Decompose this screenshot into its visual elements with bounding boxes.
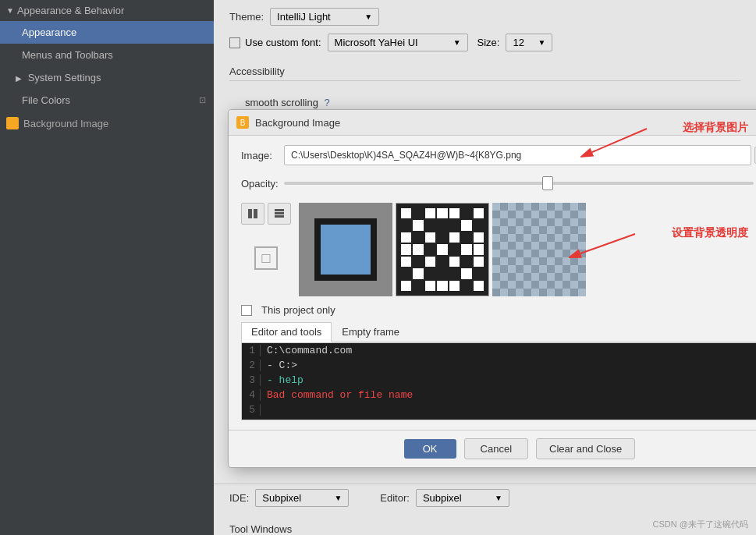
chevron-right-icon: ▶ (16, 74, 22, 83)
this-project-row: This project only (241, 304, 756, 316)
image-path-value: C:\Users\Desktop\K)4SA_SQAZ4H@W)B~4{K8YG… (291, 150, 744, 161)
align-columns-button[interactable] (241, 203, 264, 225)
code-line-4: 4 Bad command or file name (242, 388, 756, 402)
content-area: Theme: IntelliJ Light ▼ Use custom font:… (214, 0, 756, 535)
code-line-1: 1 C:\command.com (242, 343, 756, 358)
svg-rect-3 (275, 212, 284, 214)
line-number-3: 3 (242, 374, 261, 386)
opacity-slider-track (284, 182, 754, 185)
preview-area: □ (241, 203, 756, 296)
background-image-icon (6, 117, 19, 129)
dialog-title-icon: B (236, 116, 249, 129)
dialog-title-text: Background Image (255, 117, 340, 129)
cancel-button[interactable]: Cancel (464, 438, 528, 459)
line-number-4: 4 (242, 389, 261, 401)
code-line-3: 3 - help (242, 373, 756, 388)
image-path-input[interactable]: C:\Users\Desktop\K)4SA_SQAZ4H@W)B~4{K8YG… (284, 145, 751, 165)
line-content-2: - C:> (267, 360, 297, 371)
align-rows-button[interactable] (268, 203, 291, 225)
preview-image-1 (299, 203, 392, 296)
sidebar-section-appearance-behavior[interactable]: ▼ Appearance & Behavior (0, 0, 214, 21)
image-label: Image: (241, 150, 284, 161)
tab-editor-tools[interactable]: Editor and tools (241, 322, 332, 342)
dialog-footer: OK Cancel Clear and Close (229, 430, 756, 467)
clear-and-close-button[interactable]: Clear and Close (536, 438, 635, 459)
inner-square (314, 218, 377, 281)
line-number-5: 5 (242, 404, 261, 416)
preview-left-controls: □ (241, 203, 291, 296)
line-content-4: Bad command or file name (267, 389, 413, 401)
ok-button[interactable]: OK (404, 439, 456, 459)
dialog-body: Image: C:\Users\Desktop\K)4SA_SQAZ4H@W)B… (229, 136, 756, 430)
frame-preview-box: □ (254, 246, 278, 270)
code-editor: 1 C:\command.com 2 - C:> 3 - help 4 (241, 342, 756, 420)
sidebar: ▼ Appearance & Behavior Appearance Menus… (0, 0, 214, 535)
file-colors-icon: ⊡ (199, 95, 206, 105)
svg-rect-2 (275, 209, 284, 211)
opacity-label: Opacity: (241, 178, 284, 190)
line-content-1: C:\command.com (267, 345, 352, 356)
code-line-5: 5 (242, 402, 756, 417)
dialog-title-left: B Background Image (236, 116, 340, 129)
dialog-titlebar: B Background Image ✕ (229, 110, 756, 136)
image-path-row: Image: C:\Users\Desktop\K)4SA_SQAZ4H@W)B… (241, 145, 756, 165)
background-image-dialog: B Background Image ✕ Image: C:\Users\Des… (228, 109, 756, 468)
preview-image-2 (396, 203, 489, 296)
svg-rect-4 (275, 215, 284, 218)
opacity-slider-thumb[interactable] (542, 176, 553, 190)
tab-empty-frame[interactable]: Empty frame (332, 322, 410, 342)
this-project-label: This project only (261, 304, 335, 316)
section-arrow-icon: ▼ (6, 6, 14, 15)
line-number-1: 1 (242, 345, 261, 356)
opacity-row: Opacity: 65 ▲ ▼ (241, 173, 756, 193)
this-project-checkbox[interactable] (241, 305, 252, 316)
sidebar-item-menus-toolbars[interactable]: Menus and Toolbars (0, 44, 214, 66)
main-layout: ▼ Appearance & Behavior Appearance Menus… (0, 0, 756, 535)
sidebar-item-appearance[interactable]: Appearance (0, 21, 214, 44)
tabs-row: Editor and tools Empty frame (241, 322, 756, 342)
preview-images (299, 203, 586, 296)
opacity-slider-container (284, 175, 754, 191)
sidebar-item-file-colors[interactable]: File Colors ⊡ (0, 89, 214, 112)
sidebar-section-label: Appearance & Behavior (17, 5, 124, 16)
svg-rect-0 (248, 209, 252, 218)
line-number-2: 2 (242, 360, 261, 371)
preview-image-3 (492, 203, 586, 296)
svg-rect-1 (254, 209, 257, 218)
sidebar-item-system-settings[interactable]: ▶ System Settings (0, 66, 214, 89)
code-line-2: 2 - C:> (242, 358, 756, 373)
align-buttons (241, 203, 291, 225)
line-content-3: - help (267, 374, 303, 386)
sidebar-item-background-image[interactable]: Background Image (0, 112, 214, 135)
dialog-overlay: B Background Image ✕ Image: C:\Users\Des… (214, 0, 756, 535)
